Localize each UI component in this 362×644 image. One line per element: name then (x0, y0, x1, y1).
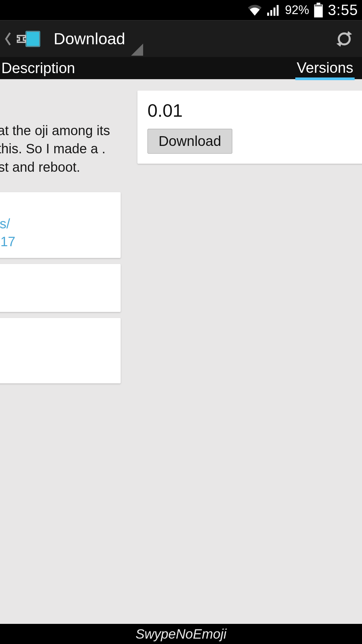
description-column: nnoyed at the fact that the oji among it… (0, 88, 121, 389)
back-button[interactable] (3, 29, 13, 49)
link-card[interactable]: /swypenoemoji (0, 264, 121, 312)
content-area: nnoyed at the fact that the oji among it… (0, 81, 362, 624)
link-text: .com/xposed/modules/-emoji-swype-t305051… (0, 216, 15, 249)
battery-icon (314, 3, 323, 17)
svg-rect-3 (277, 5, 279, 16)
footer-bar: SwypeNoEmoji (0, 624, 362, 644)
version-number: 0.01 (147, 100, 355, 121)
svg-rect-0 (267, 13, 269, 16)
version-card: 0.01 Download (137, 91, 362, 164)
status-bar: 92% 3:55 (0, 0, 362, 20)
dropdown-indicator-icon[interactable] (131, 44, 143, 56)
tab-description[interactable]: Description (0, 57, 76, 79)
module-name: SwypeNoEmoji (135, 627, 226, 642)
svg-rect-8 (26, 32, 40, 46)
svg-rect-2 (274, 7, 276, 16)
link-card[interactable]: .com/xposed/modules/-emoji-swype-t305051… (0, 192, 121, 258)
svg-rect-5 (314, 5, 323, 18)
svg-marker-9 (131, 44, 143, 56)
clock: 3:55 (328, 2, 358, 18)
cell-signal-icon (267, 4, 280, 16)
link-card[interactable]: dule/enoemoji (0, 318, 121, 384)
battery-percent: 92% (285, 3, 309, 17)
svg-rect-1 (270, 10, 273, 16)
svg-rect-4 (317, 3, 320, 5)
action-bar: Download (0, 20, 362, 57)
download-button[interactable]: Download (147, 129, 232, 154)
tab-versions[interactable]: Versions (295, 58, 355, 80)
versions-column: 0.01 Download (137, 91, 362, 164)
action-bar-title[interactable]: Download (54, 30, 125, 48)
app-icon[interactable] (15, 29, 42, 49)
tab-bar: Description Versions (0, 57, 362, 81)
wifi-icon (247, 4, 262, 16)
refresh-button[interactable] (333, 27, 356, 51)
svg-rect-6 (315, 5, 322, 6)
module-description: nnoyed at the fact that the oji among it… (0, 88, 121, 186)
